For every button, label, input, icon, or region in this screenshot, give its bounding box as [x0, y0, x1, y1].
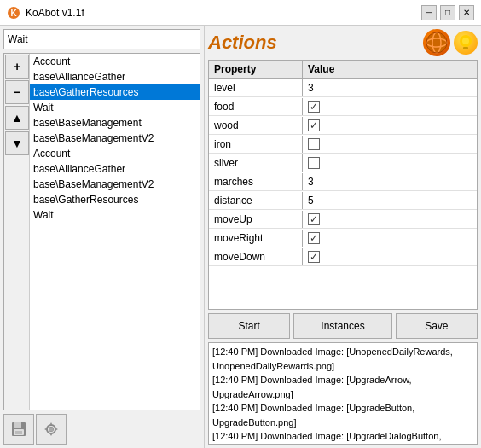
- value-cell[interactable]: ✓: [303, 230, 477, 247]
- property-cell: iron: [209, 136, 303, 153]
- value-cell[interactable]: 3: [303, 79, 477, 96]
- log-line: [12:40 PM] Downloaded Image: [UpgradeArr…: [212, 373, 473, 401]
- checkbox-checked[interactable]: ✓: [308, 251, 320, 263]
- list-item[interactable]: Wait: [30, 100, 200, 115]
- maximize-button[interactable]: □: [440, 5, 455, 20]
- table-header: Property Value: [209, 61, 477, 79]
- window-controls: ─ □ ✕: [421, 5, 474, 20]
- minimize-button[interactable]: ─: [421, 5, 437, 20]
- value-cell[interactable]: ✓: [303, 98, 477, 115]
- value-cell[interactable]: 3: [303, 173, 477, 190]
- table-row: marches3: [209, 172, 477, 191]
- remove-button[interactable]: −: [5, 80, 29, 104]
- property-cell: moveDown: [209, 248, 303, 265]
- list-item[interactable]: Wait: [30, 207, 200, 223]
- move-down-button[interactable]: ▼: [5, 131, 29, 155]
- log-line: [12:40 PM] Downloaded Image: [UpgradeDia…: [212, 429, 473, 445]
- table-row: moveDown✓: [209, 247, 477, 266]
- list-item[interactable]: base\GatherResources: [30, 84, 200, 100]
- property-cell: wood: [209, 117, 303, 134]
- value-cell[interactable]: [303, 136, 477, 153]
- app-icon: K: [7, 6, 20, 20]
- property-cell: marches: [209, 173, 303, 190]
- list-item[interactable]: base\BaseManagementV2: [30, 177, 200, 192]
- table-row: silver: [209, 154, 477, 172]
- side-buttons-panel: + − ▲ ▼: [4, 54, 30, 410]
- table-row: moveRight✓: [209, 229, 477, 247]
- table-row: distance5: [209, 191, 477, 210]
- action-buttons-row: Start Instances Save: [208, 313, 478, 339]
- actions-title: Actions: [208, 32, 277, 54]
- action-list-container: + − ▲ ▼ Accountbase\AllianceGatherbase\G…: [3, 53, 200, 410]
- value-cell[interactable]: ✓: [303, 211, 477, 228]
- table-row: moveUp✓: [209, 210, 477, 229]
- property-cell: food: [209, 98, 303, 115]
- list-item[interactable]: Account: [30, 146, 200, 161]
- left-panel: Wait Account base\AllianceGather base\Ga…: [0, 26, 205, 448]
- action-list: Accountbase\AllianceGatherbase\GatherRes…: [30, 54, 200, 410]
- window-title: KoAbot v1.1f: [26, 7, 84, 19]
- checkbox-checked[interactable]: ✓: [308, 119, 320, 131]
- table-row: iron: [209, 135, 477, 154]
- action-dropdown[interactable]: Wait Account base\AllianceGather base\Ga…: [3, 29, 200, 49]
- property-column-header: Property: [209, 61, 303, 78]
- list-item[interactable]: base\BaseManagementV2: [30, 131, 200, 146]
- close-button[interactable]: ✕: [459, 5, 474, 20]
- add-button[interactable]: +: [5, 55, 29, 79]
- value-column-header: Value: [303, 61, 477, 78]
- checkbox-unchecked[interactable]: [308, 157, 320, 169]
- list-item[interactable]: Account: [30, 54, 200, 69]
- checkbox-checked[interactable]: ✓: [308, 101, 320, 113]
- log-area: [12:40 PM] Downloaded Image: [UnopenedDa…: [208, 342, 478, 445]
- table-body: level3food✓wood✓ironsilvermarches3distan…: [209, 79, 477, 309]
- value-cell[interactable]: 5: [303, 192, 477, 209]
- right-panel: Actions: [205, 26, 481, 448]
- list-item[interactable]: base\GatherResources: [30, 192, 200, 207]
- value-cell[interactable]: [303, 154, 477, 172]
- table-row: level3: [209, 79, 477, 97]
- settings-icon-button[interactable]: [36, 414, 67, 445]
- move-up-button[interactable]: ▲: [5, 106, 29, 130]
- actions-header: Actions: [208, 29, 478, 56]
- svg-text:K: K: [10, 9, 17, 18]
- table-row: food✓: [209, 97, 477, 116]
- property-cell: distance: [209, 192, 303, 209]
- properties-table: Property Value level3food✓wood✓ironsilve…: [208, 60, 478, 310]
- svg-rect-3: [14, 422, 21, 428]
- list-item[interactable]: base\AllianceGather: [30, 161, 200, 177]
- header-icons: [423, 29, 478, 56]
- title-bar: K KoAbot v1.1f ─ □ ✕: [0, 0, 481, 26]
- svg-rect-14: [463, 47, 468, 49]
- svg-point-8: [49, 428, 54, 432]
- dropdown-row: Wait Account base\AllianceGather base\Ga…: [3, 29, 200, 49]
- svg-rect-5: [15, 431, 22, 434]
- instances-button[interactable]: Instances: [293, 313, 391, 339]
- bottom-icon-buttons: [3, 414, 200, 445]
- property-cell: moveUp: [209, 211, 303, 228]
- property-cell: level: [209, 79, 303, 96]
- log-line: [12:40 PM] Downloaded Image: [UnopenedDa…: [212, 345, 473, 373]
- property-cell: moveRight: [209, 230, 303, 247]
- svg-point-15: [462, 38, 469, 44]
- property-cell: silver: [209, 154, 303, 172]
- save-icon-button[interactable]: [3, 414, 34, 445]
- checkbox-unchecked[interactable]: [308, 138, 320, 150]
- globe-icon[interactable]: [423, 29, 450, 56]
- checkbox-checked[interactable]: ✓: [308, 213, 320, 225]
- list-item[interactable]: base\BaseManagement: [30, 115, 200, 131]
- save-button[interactable]: Save: [396, 313, 478, 339]
- bulb-icon[interactable]: [454, 31, 478, 55]
- list-item[interactable]: base\AllianceGather: [30, 69, 200, 84]
- value-cell[interactable]: ✓: [303, 248, 477, 265]
- log-line: [12:40 PM] Downloaded Image: [UpgradeBut…: [212, 401, 473, 429]
- checkbox-checked[interactable]: ✓: [308, 232, 320, 244]
- start-button[interactable]: Start: [208, 313, 290, 339]
- value-cell[interactable]: ✓: [303, 117, 477, 134]
- table-row: wood✓: [209, 116, 477, 135]
